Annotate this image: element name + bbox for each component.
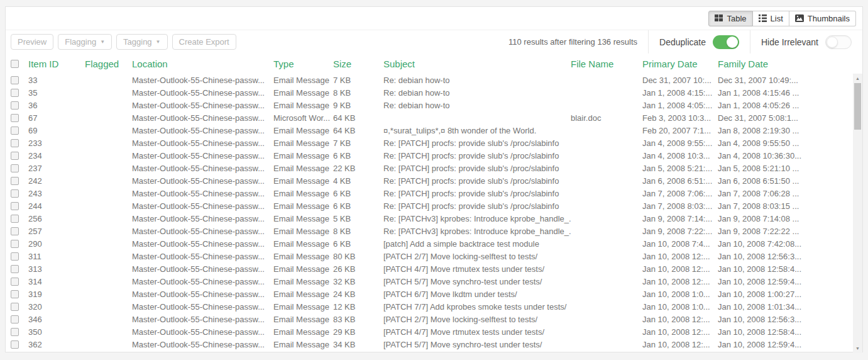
row-checkbox[interactable] (11, 76, 19, 84)
flagging-dropdown-button[interactable]: Flagging ▼ (58, 34, 112, 50)
table-row[interactable]: 346 Master-Outlook-55-Chinese-passw... E… (6, 313, 853, 325)
cell-subject: Re: [PATCH] procfs: provide slub's /proc… (383, 164, 571, 173)
row-checkbox[interactable] (11, 202, 19, 210)
cell-subject: [patch] Add a simple backtrace test modu… (383, 239, 571, 249)
cell-location: Master-Outlook-55-Chinese-passw... (132, 76, 273, 85)
cell-size: 80 KB (333, 252, 383, 261)
row-checkbox[interactable] (11, 164, 19, 172)
table-row[interactable]: 36 Master-Outlook-55-Chinese-passw... Em… (6, 99, 853, 111)
row-checkbox[interactable] (11, 139, 19, 147)
column-header-location[interactable]: Location (132, 59, 273, 69)
view-button-list[interactable]: List (753, 11, 789, 26)
row-checkbox-cell (6, 290, 28, 298)
view-button-thumbnails[interactable]: Thumbnails (789, 11, 856, 26)
cell-family-date: Dec 31, 2007 10:49:... (718, 76, 853, 85)
table-row[interactable]: 67 Master-Outlook-55-Chinese-passw... Mi… (6, 111, 853, 124)
table-row[interactable]: 244 Master-Outlook-55-Chinese-passw... E… (6, 200, 853, 212)
row-checkbox[interactable] (11, 278, 19, 286)
row-checkbox[interactable] (11, 340, 19, 349)
column-header-type[interactable]: Type (273, 59, 333, 69)
cell-subject: [PATCH 6/7] Move lkdtm under tests/ (383, 290, 571, 299)
vertical-scrollbar[interactable]: ▲ ▼ (853, 74, 862, 353)
table-row[interactable]: 362 Master-Outlook-55-Chinese-passw... E… (6, 338, 853, 351)
table-row[interactable]: 313 Master-Outlook-55-Chinese-passw... E… (6, 262, 853, 275)
cell-location: Master-Outlook-55-Chinese-passw... (132, 252, 273, 261)
cell-size: 22 KB (333, 164, 383, 173)
cell-size: 6 KB (333, 239, 383, 249)
cell-primary-date: Jan 7, 2008 7:06:... (642, 189, 718, 198)
cell-subject: [PATCH 7/7] Add kprobes smoke tests unde… (383, 302, 571, 312)
cell-family-date: Jan 7, 2008 7:06:28 ... (718, 189, 853, 198)
create-export-button[interactable]: Create Export (172, 34, 236, 50)
preview-button[interactable]: Preview (11, 34, 53, 50)
cell-location: Master-Outlook-55-Chinese-passw... (132, 239, 273, 249)
row-checkbox[interactable] (11, 152, 19, 160)
row-checkbox-cell (6, 114, 28, 122)
row-checkbox[interactable] (11, 303, 19, 311)
view-button-table[interactable]: Table (708, 11, 752, 26)
results-panel: Table List Thumbnails Preview Flag (5, 6, 863, 352)
row-checkbox[interactable] (11, 290, 19, 298)
row-checkbox[interactable] (11, 127, 19, 135)
row-checkbox[interactable] (11, 215, 19, 223)
cell-subject: Re: [PATCH] procfs: provide slub's /proc… (383, 138, 571, 148)
row-checkbox-cell (6, 240, 28, 248)
cell-family-date: Jan 9, 2008 7:14:08 ... (718, 214, 853, 223)
column-header-item-id[interactable]: Item ID (28, 59, 85, 69)
table-row[interactable]: 233 Master-Outlook-55-Chinese-passw... E… (6, 137, 853, 149)
column-header-primary-date[interactable]: Primary Date (642, 59, 718, 69)
hide-irrelevant-toggle[interactable] (825, 35, 852, 49)
row-checkbox[interactable] (11, 240, 19, 248)
row-checkbox[interactable] (11, 189, 19, 198)
row-checkbox[interactable] (11, 114, 19, 122)
deduplicate-toggle[interactable] (713, 35, 739, 49)
cell-type: Email Message (273, 189, 333, 198)
table-row[interactable]: 290 Master-Outlook-55-Chinese-passw... E… (6, 237, 853, 250)
column-header-size[interactable]: Size (333, 59, 383, 69)
table-row[interactable]: 234 Master-Outlook-55-Chinese-passw... E… (6, 149, 853, 162)
deduplicate-label: Deduplicate (659, 37, 706, 47)
cell-subject: Re: [PATCHv3] kprobes: Introduce kprobe_… (383, 227, 571, 236)
row-checkbox-cell (6, 303, 28, 311)
row-checkbox[interactable] (11, 101, 19, 110)
row-checkbox[interactable] (11, 252, 19, 261)
cell-type: Email Message (273, 302, 333, 312)
cell-subject: ¤,*surat_tulips*,¤ 8th wonder of the Wor… (383, 126, 571, 135)
column-header-family-date[interactable]: Family Date (718, 59, 862, 69)
table-row[interactable]: 320 Master-Outlook-55-Chinese-passw... E… (6, 300, 853, 313)
table-row[interactable]: 35 Master-Outlook-55-Chinese-passw... Em… (6, 86, 853, 99)
row-checkbox[interactable] (11, 328, 19, 336)
table-row[interactable]: 257 Master-Outlook-55-Chinese-passw... E… (6, 225, 853, 237)
row-checkbox[interactable] (11, 315, 19, 323)
table-row[interactable]: 319 Master-Outlook-55-Chinese-passw... E… (6, 288, 853, 300)
table-row[interactable]: 350 Master-Outlook-55-Chinese-passw... E… (6, 325, 853, 338)
cell-family-date: Jan 10, 2008 12:59:4... (718, 340, 853, 349)
cell-item-id: 234 (28, 151, 85, 160)
table-row[interactable]: 33 Master-Outlook-55-Chinese-passw... Em… (6, 74, 853, 86)
table-row[interactable]: 256 Master-Outlook-55-Chinese-passw... E… (6, 212, 853, 225)
table-row[interactable]: 69 Master-Outlook-55-Chinese-passw... Em… (6, 124, 853, 137)
scroll-down-icon[interactable]: ▼ (853, 344, 862, 352)
cell-item-id: 243 (28, 189, 85, 198)
column-header-flagged[interactable]: Flagged (85, 59, 132, 69)
row-checkbox[interactable] (11, 177, 19, 185)
table-row[interactable]: 243 Master-Outlook-55-Chinese-passw... E… (6, 187, 853, 200)
row-checkbox[interactable] (11, 265, 19, 273)
row-checkbox[interactable] (11, 89, 19, 97)
select-all-checkbox[interactable] (11, 60, 19, 68)
column-header-subject[interactable]: Subject (383, 59, 571, 69)
cell-item-id: 233 (28, 138, 85, 148)
scroll-up-icon[interactable]: ▲ (853, 74, 862, 82)
column-header-file-name[interactable]: File Name (571, 59, 642, 69)
cell-type: Email Message (273, 76, 333, 85)
table-row[interactable]: 311 Master-Outlook-55-Chinese-passw... E… (6, 250, 853, 262)
row-checkbox[interactable] (11, 227, 19, 235)
row-checkbox-cell (6, 227, 28, 235)
cell-item-id: 35 (28, 88, 85, 98)
scrollbar-thumb[interactable] (854, 83, 861, 130)
table-row[interactable]: 237 Master-Outlook-55-Chinese-passw... E… (6, 162, 853, 174)
table-row[interactable]: 242 Master-Outlook-55-Chinese-passw... E… (6, 174, 853, 187)
table-row[interactable]: 314 Master-Outlook-55-Chinese-passw... E… (6, 275, 853, 288)
tagging-dropdown-button[interactable]: Tagging ▼ (116, 34, 167, 50)
cell-location: Master-Outlook-55-Chinese-passw... (132, 151, 273, 160)
